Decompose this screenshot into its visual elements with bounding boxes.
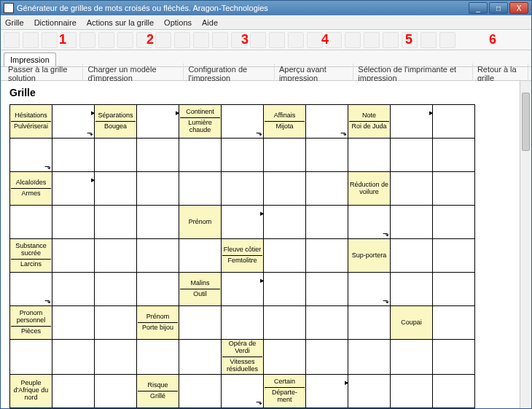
toolbar-button[interactable] [269, 32, 285, 48]
grid-cell [95, 139, 137, 172]
grid-cell: ▸ [222, 206, 264, 239]
grid-cell [52, 306, 95, 340]
grid-cell [137, 172, 179, 206]
toolbar-button[interactable] [288, 32, 304, 48]
grid-cell [264, 239, 306, 273]
toolbar-button[interactable] [23, 32, 39, 48]
close-button[interactable]: X [509, 2, 528, 14]
clue-cell: SéparationsBougea [95, 105, 137, 139]
menu-aide[interactable]: Aide [202, 18, 218, 27]
grid-cell [433, 105, 475, 139]
grid-cell [391, 273, 433, 306]
grid-cell [52, 374, 95, 408]
toolbar-button[interactable] [60, 32, 77, 48]
clue-cell: AlcaloïdesArmes [10, 172, 52, 206]
clue-cell: Prénom [179, 206, 222, 239]
toolbar-button[interactable] [98, 32, 114, 48]
grid-cell [306, 206, 348, 239]
grid-cell [433, 306, 475, 340]
grid-cell [348, 306, 391, 340]
toolbar: 1 2 3 4 5 6 [1, 30, 531, 50]
toolbar-button[interactable] [193, 32, 209, 48]
grid-cell [306, 139, 348, 172]
grid-cell [391, 239, 433, 273]
grid-cell [52, 239, 95, 273]
clue-cell: HésitationsPulvériserai [10, 105, 52, 139]
grid-cell: ⬎ [10, 273, 52, 306]
grid-cell [306, 340, 348, 375]
grid-cell [433, 172, 475, 206]
grid-cell [95, 172, 137, 206]
toolbar-button[interactable] [174, 32, 190, 48]
clue-cell: CertainDéparte-ment [264, 374, 306, 408]
grid-cell [52, 139, 95, 172]
grid-cell [95, 374, 137, 408]
clue-cell: Substance sucréeLarcins [10, 239, 52, 273]
grid-cell [137, 139, 179, 172]
clue-cell: Opéra de VerdiVitesses résiduelles [222, 340, 264, 375]
impression-toolbar: Passer à la grille solution Charger un m… [1, 66, 531, 81]
arrow-down-icon: ⬎ [44, 296, 51, 305]
grid-cell [348, 340, 391, 375]
menu-actions[interactable]: Actions sur la grille [87, 18, 154, 27]
grid-cell [52, 340, 95, 375]
vertical-scrollbar[interactable] [520, 81, 531, 408]
grid-cell [391, 374, 433, 408]
grid-cell [52, 206, 95, 239]
grid-cell [179, 374, 222, 408]
grid-cell [137, 206, 179, 239]
grid-cell [433, 374, 475, 408]
content-area: Grille HésitationsPulvériserai ▸⬎ Sépara… [1, 81, 531, 408]
grid-cell [433, 206, 475, 239]
arrow-down-icon: ⬎ [256, 128, 262, 137]
toolbar-button[interactable] [155, 32, 171, 48]
grid-cell [433, 340, 475, 375]
grid-cell [391, 139, 433, 172]
grid-cell [433, 239, 475, 273]
toolbar-button[interactable] [136, 32, 152, 48]
grid-cell: ▸ [222, 273, 264, 306]
arrow-down-icon: ⬎ [87, 128, 93, 137]
toolbar-button[interactable] [212, 32, 228, 48]
toolbar-button[interactable] [231, 32, 247, 48]
grid-cell [179, 306, 222, 340]
toolbar-button[interactable] [345, 32, 361, 48]
toolbar-button[interactable] [4, 32, 20, 48]
toolbar-button[interactable] [42, 32, 58, 48]
toolbar-button[interactable] [402, 32, 418, 48]
toolbar-button[interactable] [439, 32, 455, 48]
grid-cell [95, 273, 137, 306]
menu-dictionnaire[interactable]: Dictionnaire [34, 18, 77, 27]
grid-cell [179, 239, 222, 273]
toolbar-button[interactable] [364, 32, 380, 48]
grid-cell: ⬎ [348, 206, 391, 239]
toolbar-button[interactable] [117, 32, 133, 48]
grid-cell [391, 206, 433, 239]
menu-options[interactable]: Options [164, 18, 192, 27]
grid-cell [264, 340, 306, 375]
arrow-down-icon: ⬎ [340, 128, 347, 137]
toolbar-button[interactable] [420, 32, 437, 48]
toolbar-button[interactable] [383, 32, 399, 48]
menu-grille[interactable]: Grille [5, 18, 24, 27]
grid-cell: ⬎ [222, 374, 264, 408]
minimize-button[interactable]: _ [469, 2, 488, 14]
toolbar-button[interactable] [250, 32, 266, 48]
clue-cell: Réduction de voilure [348, 172, 391, 206]
arrow-down-icon: ⬎ [383, 229, 389, 238]
clue-cell: Coupai [391, 306, 433, 340]
clue-cell: Fleuve côtierFemtolitre [222, 239, 264, 273]
maximize-button[interactable]: □ [489, 2, 508, 14]
grid-cell [222, 306, 264, 340]
toolbar-button[interactable] [307, 32, 323, 48]
grid-cell [10, 340, 52, 375]
grid-cell [137, 239, 179, 273]
scrollbar-thumb[interactable] [522, 93, 530, 151]
grid-cell [306, 172, 348, 206]
grid-cell: ▸ [306, 374, 348, 408]
clue-cell: RisqueGrillé [137, 374, 179, 408]
grid-cell: ▸ [137, 105, 179, 139]
grid-cell: ▸ [52, 172, 95, 206]
toolbar-button[interactable] [326, 32, 342, 48]
toolbar-button[interactable] [79, 32, 95, 48]
